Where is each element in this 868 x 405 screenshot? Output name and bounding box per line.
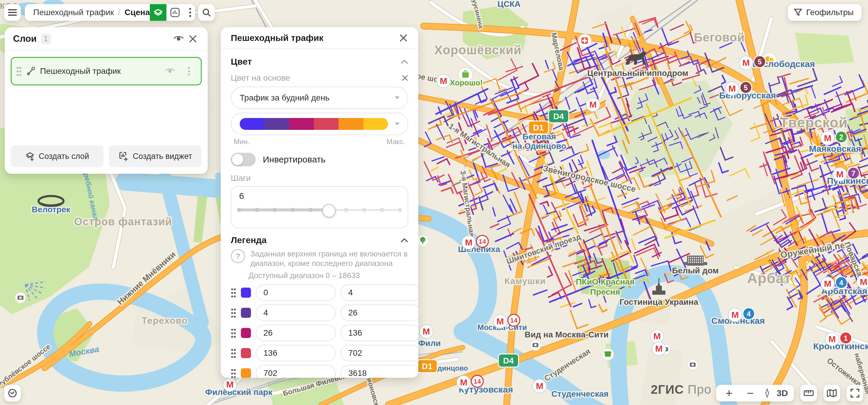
clear-icon[interactable] (402, 75, 408, 81)
layers-panel: Слои 1 Пешеходный трафик Создать слой (5, 27, 208, 174)
toggle-all-visibility-button[interactable] (172, 32, 186, 46)
slider-tick[interactable] (309, 208, 313, 212)
drag-handle-icon[interactable] (231, 368, 236, 378)
invert-toggle[interactable] (231, 153, 256, 166)
fullscreen-button[interactable] (847, 385, 863, 401)
line-layer-icon (26, 67, 35, 76)
map-label: Терехово (142, 315, 188, 326)
settings-panel-close-button[interactable] (396, 31, 410, 45)
map-label: Остров фантазий (74, 215, 172, 228)
time-history-button[interactable] (4, 385, 21, 401)
metro-station-icon[interactable]: М (652, 342, 666, 356)
legend-from-input[interactable] (256, 325, 336, 341)
search-button[interactable] (198, 4, 215, 21)
slider-tick[interactable] (291, 208, 295, 212)
legend-to-input[interactable] (341, 304, 418, 321)
map-label: Камушки (504, 276, 546, 286)
svg-text:М: М (836, 169, 844, 179)
legend-rows (231, 284, 408, 378)
svg-text:14: 14 (510, 317, 518, 324)
metro-station-icon[interactable]: М (223, 378, 237, 391)
fullscreen-icon (850, 389, 859, 398)
breadcrumb-bar: Пешеходный трафик / Сцена (25, 4, 195, 21)
svg-text:М: М (829, 334, 836, 344)
eye-icon (173, 35, 184, 42)
color-basis-select[interactable]: Трафик за будний день (231, 87, 408, 109)
legend-to-input[interactable] (341, 365, 418, 378)
legend-color-swatch[interactable] (241, 328, 251, 338)
ruler-icon (804, 390, 814, 396)
widgets-button[interactable] (166, 4, 184, 21)
map-label: Вид на Москва-Сити (525, 330, 609, 339)
legend-color-swatch[interactable] (241, 368, 251, 378)
svg-text:М: М (743, 58, 750, 68)
svg-text:М: М (653, 331, 661, 341)
layers-panel-title: Слои (13, 34, 37, 44)
map-label: на Одинцово (512, 141, 566, 150)
svg-text:14: 14 (474, 378, 481, 385)
map-label: Хорошёвский (434, 43, 522, 57)
svg-text:М: М (589, 100, 597, 109)
hamburger-menu-button[interactable] (4, 4, 21, 21)
slider-tick[interactable] (380, 208, 384, 212)
legend-from-input[interactable] (256, 304, 336, 321)
layer-kebab-menu-button[interactable] (182, 64, 196, 78)
drag-handle-icon[interactable] (231, 328, 236, 338)
metro-station-icon[interactable]: М (586, 98, 600, 111)
breadcrumb-project[interactable]: Пешеходный трафик (33, 8, 114, 17)
legend-to-input[interactable] (341, 345, 418, 362)
legend-to-input[interactable] (341, 325, 418, 341)
svg-text:М: М (860, 277, 867, 287)
legend-from-input[interactable] (256, 365, 336, 378)
geofilters-button[interactable]: Геофильтры (788, 4, 862, 21)
legend-color-swatch[interactable] (241, 348, 251, 358)
metro-station-icon[interactable]: М (420, 325, 433, 338)
metro-station-icon[interactable]: М (650, 329, 664, 343)
compass-icon[interactable] (765, 388, 770, 399)
legend-color-swatch[interactable] (241, 308, 251, 318)
slider-tick[interactable] (362, 208, 366, 212)
layer-item-label: Пешеходный трафик (40, 66, 158, 76)
zoom-out-button[interactable]: − (743, 385, 757, 401)
legend-row (231, 304, 408, 321)
map-label: Пресня (590, 287, 620, 297)
drag-handle-icon[interactable] (16, 66, 22, 76)
chevron-up-icon[interactable] (401, 59, 408, 64)
drag-handle-icon[interactable] (231, 308, 236, 318)
metro-station-icon[interactable]: М (437, 74, 450, 88)
slider-tick[interactable] (398, 208, 402, 212)
slider-tick[interactable] (344, 208, 348, 212)
legend-to-input[interactable] (341, 284, 418, 301)
zoom-in-button[interactable]: + (722, 385, 736, 401)
3d-mode-button[interactable]: 3D (777, 388, 788, 398)
steps-slider[interactable] (239, 203, 400, 216)
slider-tick[interactable] (237, 208, 241, 212)
layer-item-pedestrian-traffic[interactable]: Пешеходный трафик (11, 57, 202, 86)
create-widget-button[interactable]: Создать виджет (109, 145, 202, 167)
svg-text:2: 2 (839, 133, 843, 141)
layers-panel-button[interactable] (150, 4, 166, 21)
legend-color-swatch[interactable] (241, 288, 251, 298)
chevron-up-icon[interactable] (401, 238, 408, 242)
layer-visibility-button[interactable] (163, 64, 177, 78)
svg-text:М: М (497, 316, 504, 326)
metro-station-icon[interactable]: М (857, 275, 868, 289)
slider-handle[interactable] (322, 204, 336, 217)
chevron-down-icon (395, 123, 399, 126)
drag-handle-icon[interactable] (231, 288, 236, 298)
layers-panel-close-button[interactable] (186, 32, 200, 46)
drag-handle-icon[interactable] (231, 348, 236, 358)
legend-from-input[interactable] (256, 345, 336, 362)
watermark-brand: 2ГИС (651, 382, 684, 396)
gradient-select[interactable] (231, 113, 408, 135)
hospital-icon[interactable] (578, 34, 591, 47)
minimap-button[interactable] (824, 385, 840, 401)
ruler-button[interactable] (800, 385, 817, 401)
legend-section-title: Легенда (231, 235, 401, 245)
header-kebab-menu-button[interactable] (184, 4, 195, 21)
create-layer-button[interactable]: Создать слой (11, 145, 103, 167)
metro-station-icon[interactable]: М (533, 379, 547, 393)
breadcrumb[interactable]: Пешеходный трафик / Сцена (25, 8, 150, 17)
steps-value: 6 (239, 191, 400, 201)
legend-from-input[interactable] (256, 284, 336, 301)
